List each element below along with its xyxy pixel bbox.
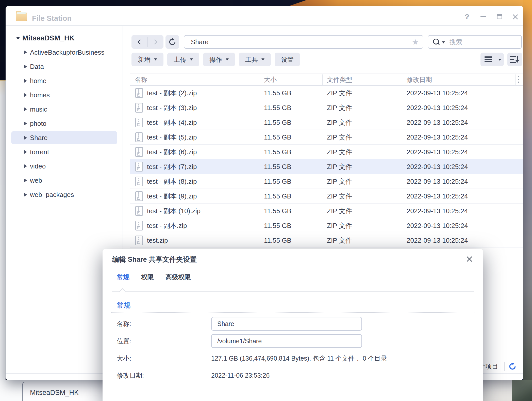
- toolbar-button[interactable]: 新增: [131, 53, 163, 66]
- sidebar-item-video[interactable]: video: [6, 159, 123, 173]
- toolbar-button[interactable]: 设置: [275, 53, 300, 66]
- file-type: ZIP 文件: [327, 192, 352, 200]
- file-size: 11.55 GB: [264, 177, 291, 185]
- forward-button[interactable]: [148, 35, 164, 49]
- expand-arrow-icon[interactable]: [24, 93, 27, 97]
- back-button[interactable]: [131, 35, 147, 49]
- dialog-field: 名称:: [117, 317, 469, 331]
- search-input[interactable]: [449, 36, 518, 48]
- column-header-name[interactable]: 名称: [135, 75, 147, 84]
- expand-arrow-icon[interactable]: [24, 179, 27, 182]
- sidebar-item-torrent[interactable]: torrent: [6, 145, 123, 159]
- dialog-field: 位置:: [117, 334, 469, 348]
- favorite-star-icon[interactable]: ★: [412, 38, 419, 47]
- table-row[interactable]: test.zip 11.55 GB ZIP 文件 2022-09-13 10:2…: [130, 233, 523, 248]
- table-row[interactable]: test - 副本.zip 11.55 GB ZIP 文件 2022-09-13…: [130, 218, 523, 233]
- table-row[interactable]: test - 副本 (7).zip 11.55 GB ZIP 文件 2022-0…: [130, 159, 523, 174]
- toolbar-button[interactable]: 操作: [203, 53, 235, 66]
- view-caret-icon[interactable]: [498, 59, 501, 61]
- file-modified: 2022-09-13 10:25:24: [407, 192, 468, 200]
- sidebar-item-music[interactable]: music: [6, 102, 123, 116]
- file-type: ZIP 文件: [327, 88, 352, 97]
- folder-icon: [16, 12, 27, 21]
- table-row[interactable]: test - 副本 (5).zip 11.55 GB ZIP 文件 2022-0…: [130, 130, 523, 145]
- sidebar-item-activebackupforbusiness[interactable]: ActiveBackupforBusiness: [6, 45, 123, 59]
- sidebar-item-label: photo: [30, 120, 46, 128]
- minimize-icon[interactable]: [479, 13, 488, 21]
- view-mode-button[interactable]: [480, 53, 504, 66]
- sidebar-item-share[interactable]: Share: [6, 131, 123, 145]
- dialog-close-icon[interactable]: [466, 255, 473, 263]
- expand-arrow-icon[interactable]: [24, 164, 27, 168]
- search-options-caret-icon[interactable]: [442, 41, 445, 43]
- expand-arrow-icon[interactable]: [24, 65, 27, 68]
- sidebar-root-mitseadsm-hk[interactable]: MitseaDSM_HK: [6, 31, 123, 45]
- toolbar-button[interactable]: 工具: [239, 53, 271, 66]
- table-row[interactable]: test - 副本 (2).zip 11.55 GB ZIP 文件 2022-0…: [130, 86, 523, 100]
- file-name: test.zip: [147, 236, 168, 244]
- path-input[interactable]: [190, 36, 404, 48]
- file-size: 11.55 GB: [264, 192, 291, 200]
- sidebar-item-web[interactable]: web: [6, 173, 123, 188]
- file-size: 11.55 GB: [264, 133, 291, 141]
- file-size: 11.55 GB: [264, 236, 291, 244]
- table-row[interactable]: test - 副本 (10).zip 11.55 GB ZIP 文件 2022-…: [130, 204, 523, 218]
- table-row[interactable]: test - 副本 (6).zip 11.55 GB ZIP 文件 2022-0…: [130, 145, 523, 159]
- table-row[interactable]: test - 副本 (8).zip 11.55 GB ZIP 文件 2022-0…: [130, 174, 523, 189]
- expand-arrow-icon[interactable]: [24, 136, 27, 140]
- sidebar-item-label: homes: [30, 91, 50, 99]
- refresh-icon: [509, 363, 516, 370]
- help-icon[interactable]: ?: [462, 13, 472, 21]
- field-label: 位置:: [117, 337, 131, 345]
- file-name: test - 副本 (9).zip: [147, 192, 197, 200]
- expand-arrow-icon[interactable]: [24, 51, 27, 54]
- sidebar-item-homes[interactable]: homes: [6, 88, 123, 102]
- search-icon[interactable]: [433, 38, 440, 45]
- column-header-type[interactable]: 文件类型: [327, 75, 352, 84]
- table-row[interactable]: test - 副本 (3).zip 11.55 GB ZIP 文件 2022-0…: [130, 100, 523, 115]
- close-icon[interactable]: [511, 13, 520, 21]
- tab-权限[interactable]: 权限: [141, 273, 154, 281]
- column-header-size[interactable]: 大小: [264, 75, 277, 84]
- table-header: 名称 大小 文件类型 修改日期: [130, 73, 523, 86]
- field-input[interactable]: [211, 317, 362, 331]
- expand-arrow-icon[interactable]: [24, 150, 27, 154]
- file-modified: 2022-09-13 10:25:24: [407, 148, 468, 156]
- file-size: 11.55 GB: [264, 104, 291, 112]
- sidebar-item-label: ActiveBackupforBusiness: [30, 49, 104, 56]
- file-size: 11.55 GB: [264, 163, 291, 171]
- status-refresh-button[interactable]: [509, 363, 516, 370]
- collapse-arrow-icon[interactable]: [16, 37, 20, 40]
- tab-高级权限[interactable]: 高级权限: [165, 273, 191, 281]
- zip-file-icon: [135, 103, 143, 113]
- column-divider: [515, 74, 516, 85]
- file-modified: 2022-09-13 10:25:24: [407, 133, 468, 141]
- table-row[interactable]: test - 副本 (9).zip 11.55 GB ZIP 文件 2022-0…: [130, 189, 523, 204]
- file-modified: 2022-09-13 10:25:24: [407, 207, 468, 215]
- dialog-field: 大小: 127.1 GB (136,474,690,814 Bytes). 包含…: [117, 351, 469, 365]
- zip-file-icon: [135, 221, 143, 230]
- refresh-icon: [169, 38, 176, 46]
- dropdown-caret-icon: [226, 58, 229, 60]
- expand-arrow-icon[interactable]: [24, 79, 27, 83]
- tab-常规[interactable]: 常规: [117, 273, 129, 281]
- sidebar-item-web_packages[interactable]: web_packages: [6, 188, 123, 202]
- expand-arrow-icon[interactable]: [24, 193, 27, 196]
- dialog-tabs: 常规权限高级权限: [117, 273, 191, 281]
- table-row[interactable]: test - 副本 (4).zip 11.55 GB ZIP 文件 2022-0…: [130, 115, 523, 130]
- path-bar: ★: [184, 35, 423, 49]
- sort-button[interactable]: [507, 53, 522, 66]
- sidebar-item-data[interactable]: Data: [6, 59, 123, 74]
- column-header-modified[interactable]: 修改日期: [407, 75, 432, 84]
- sidebar-item-photo[interactable]: photo: [6, 116, 123, 131]
- file-type: ZIP 文件: [327, 118, 352, 127]
- sidebar-item-home[interactable]: home: [6, 74, 123, 88]
- refresh-button[interactable]: [165, 35, 179, 49]
- maximize-icon[interactable]: [495, 13, 504, 21]
- expand-arrow-icon[interactable]: [24, 122, 27, 125]
- toolbar-button[interactable]: 上传: [167, 53, 199, 66]
- column-options-icon[interactable]: [518, 75, 520, 84]
- sort-icon: [510, 56, 519, 63]
- expand-arrow-icon[interactable]: [24, 107, 27, 111]
- field-input[interactable]: [211, 334, 362, 348]
